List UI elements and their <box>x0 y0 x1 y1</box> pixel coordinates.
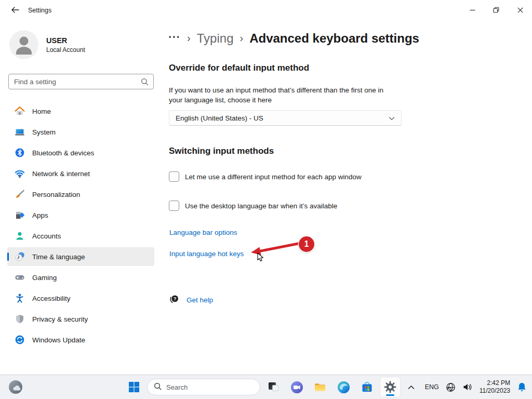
sidebar-item-network-internet[interactable]: Network & internet <box>7 164 154 183</box>
windows-update-icon <box>15 335 25 345</box>
title-bar: Settings <box>0 0 532 21</box>
search-input[interactable] <box>9 78 141 86</box>
accounts-icon <box>15 231 25 241</box>
widgets-weather-icon[interactable] <box>8 380 23 394</box>
store-icon <box>361 381 374 394</box>
system-icon <box>15 127 25 137</box>
input-method-dropdown[interactable]: English (United States) - US <box>169 110 402 126</box>
breadcrumb-typing[interactable]: Typing <box>197 31 234 46</box>
sidebar-item-time-language[interactable]: Time & language <box>7 247 154 266</box>
microsoft-store-button[interactable] <box>356 377 377 397</box>
apps-icon <box>15 210 25 220</box>
taskbar-search[interactable]: Search <box>147 379 260 395</box>
sidebar-item-system[interactable]: System <box>7 123 154 141</box>
user-icon <box>9 30 38 59</box>
personalization-icon <box>15 189 25 200</box>
network-globe-icon[interactable] <box>446 382 456 392</box>
switching-section-heading: Switching input methods <box>169 146 274 156</box>
main-content: ••• › Typing › Advanced keyboard setting… <box>169 21 532 375</box>
sidebar-nav: Home System Bluetooth & devices Network … <box>0 102 161 351</box>
chevron-up-icon <box>408 385 415 390</box>
dropdown-value: English (United States) - US <box>176 114 389 122</box>
edge-icon <box>337 381 350 394</box>
tray-date: 11/20/2023 <box>480 387 510 395</box>
search-icon <box>154 382 162 392</box>
sidebar-item-bluetooth-devices[interactable]: Bluetooth & devices <box>7 143 154 162</box>
breadcrumb-overflow-button[interactable]: ••• <box>169 33 181 44</box>
sidebar-item-home[interactable]: Home <box>7 102 154 121</box>
notification-bell-icon[interactable] <box>517 382 527 392</box>
gear-icon <box>383 380 397 394</box>
page-title: Advanced keyboard settings <box>249 31 419 46</box>
minimize-button[interactable] <box>460 0 484 20</box>
checkbox-row-per-app-input: Let me use a different input method for … <box>169 171 362 182</box>
help-question-icon: ? <box>169 294 179 306</box>
get-help-link[interactable]: Get help <box>187 296 213 304</box>
chevron-down-icon <box>389 113 395 123</box>
gaming-icon <box>15 272 25 283</box>
back-arrow-icon <box>11 6 19 16</box>
search-icon <box>141 78 149 86</box>
settings-search[interactable] <box>8 74 154 89</box>
sidebar-item-privacy-security[interactable]: Privacy & security <box>7 310 154 328</box>
tray-overflow-button[interactable] <box>403 377 419 397</box>
get-help-row: ? Get help <box>169 294 213 306</box>
input-language-hot-keys-link[interactable]: Input language hot keys <box>169 250 244 258</box>
taskbar-search-placeholder: Search <box>166 383 188 391</box>
per-app-input-checkbox[interactable] <box>169 171 179 182</box>
network-icon <box>15 168 25 179</box>
time-language-icon <box>15 251 25 262</box>
override-section-heading: Override for default input method <box>169 63 309 73</box>
accessibility-icon <box>15 293 25 303</box>
settings-app-button[interactable] <box>380 377 401 397</box>
sidebar-item-apps[interactable]: Apps <box>7 206 154 224</box>
close-button[interactable] <box>508 0 532 20</box>
language-bar-options-link[interactable]: Language bar options <box>169 229 237 236</box>
settings-sidebar: USER Local Account Home System Bluetooth… <box>0 21 161 375</box>
restore-icon <box>493 7 499 13</box>
input-language-indicator[interactable]: ENG <box>425 383 439 391</box>
tray-time: 2:42 PM <box>480 379 510 387</box>
back-button[interactable] <box>7 5 23 17</box>
sidebar-item-personalization[interactable]: Personalization <box>7 185 154 204</box>
override-section-description: If you want to use an input method that’… <box>169 85 413 105</box>
close-icon <box>517 7 523 13</box>
file-explorer-button[interactable] <box>310 377 330 397</box>
svg-text:?: ? <box>174 296 177 301</box>
user-account-type: Local Account <box>46 46 85 54</box>
taskbar-center: Search <box>124 375 419 399</box>
minimize-icon <box>470 7 475 13</box>
edge-browser-button[interactable] <box>333 377 354 397</box>
start-button[interactable] <box>124 377 144 397</box>
privacy-icon <box>15 314 25 324</box>
folder-icon <box>313 380 327 394</box>
breadcrumb: ••• › Typing › Advanced keyboard setting… <box>169 31 419 46</box>
sidebar-item-accessibility[interactable]: Accessibility <box>7 289 154 308</box>
avatar <box>9 30 38 59</box>
task-view-icon <box>267 381 280 393</box>
system-tray: ENG 2:42 PM 11/20/2023 <box>425 375 527 399</box>
chevron-right-icon: › <box>187 32 191 45</box>
user-name: USER <box>46 36 85 45</box>
clock-date[interactable]: 2:42 PM 11/20/2023 <box>480 379 510 395</box>
bluetooth-icon <box>15 148 25 158</box>
task-view-button[interactable] <box>263 377 284 397</box>
taskbar: Search <box>0 375 532 399</box>
user-account[interactable]: USER Local Account <box>9 30 85 59</box>
window-title: Settings <box>28 7 51 14</box>
home-icon <box>15 106 25 116</box>
sidebar-item-accounts[interactable]: Accounts <box>7 227 154 245</box>
windows-logo-icon <box>128 381 140 393</box>
desktop-language-bar-checkbox[interactable] <box>169 201 179 211</box>
sidebar-item-gaming[interactable]: Gaming <box>7 268 154 287</box>
sidebar-item-windows-update[interactable]: Windows Update <box>7 330 154 349</box>
checkbox-row-language-bar: Use the desktop language bar when it’s a… <box>169 201 337 211</box>
restore-button[interactable] <box>484 0 508 20</box>
chat-teams-button[interactable] <box>286 377 307 397</box>
chat-icon <box>290 381 303 394</box>
chevron-right-icon: › <box>240 32 244 45</box>
volume-icon[interactable] <box>462 382 473 392</box>
